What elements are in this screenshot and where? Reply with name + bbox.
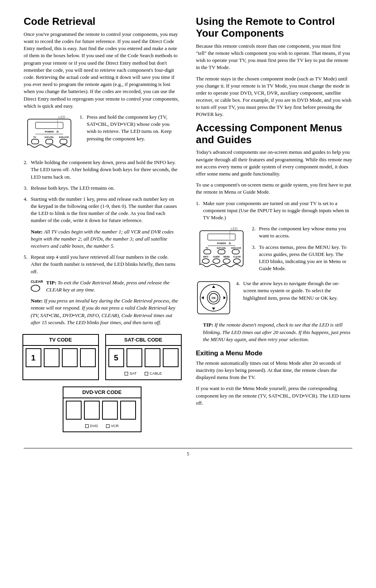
led-label-2: LED — [231, 227, 238, 231]
vcr-checkbox: VCR — [106, 424, 119, 429]
page-footer: 5 — [24, 448, 352, 457]
svg-point-29 — [223, 259, 230, 263]
access-step-1: 1.Make sure your components are turned o… — [196, 200, 352, 222]
step-3: 3.Release both keys. The LED remains on. — [24, 185, 180, 192]
svg-text:SAT•CBL: SAT•CBL — [45, 136, 54, 138]
satcbl-code-digit-4 — [163, 348, 179, 367]
right-tip: TIP: If the remote doesn't respond, chec… — [203, 321, 352, 343]
svg-marker-39 — [223, 296, 226, 299]
svg-text:INFO: INFO — [203, 256, 208, 258]
svg-text:DVD•VCR: DVD•VCR — [231, 247, 241, 249]
heading-code-retrieval: Code Retrieval — [24, 16, 180, 28]
svg-text:DVD•VCR: DVD•VCR — [59, 136, 69, 138]
heading-using-remote: Using the Remote to Control Your Compone… — [196, 16, 352, 39]
exit-p5: The remote automatically times out of Me… — [196, 360, 352, 381]
tv-code-digit-1: 1 — [26, 348, 41, 367]
clear-button-icon: CLEAR — [31, 279, 43, 292]
svg-text:SAT•CBL: SAT•CBL — [217, 247, 226, 249]
access-p3: Today's advanced components use on-scree… — [196, 149, 352, 177]
dvdvcr-code-box: DVD·VCR CODE DVD VCR — [63, 386, 141, 433]
satcbl-code-digit-1: 5 — [108, 348, 124, 367]
svg-text:GUIDE: GUIDE — [213, 256, 220, 258]
note-1: Note: All TV codes begin with the number… — [31, 228, 180, 250]
right-column: Using the Remote to Control Your Compone… — [196, 16, 352, 432]
dvd-checkbox: DVD — [85, 424, 98, 429]
heading-accessing-menus: Accessing Component Menus and Guides — [196, 122, 352, 146]
svg-text:TV: TV — [33, 136, 36, 138]
cable-checkbox: CABLE — [145, 371, 162, 376]
svg-marker-38 — [201, 296, 204, 299]
figure-step1-row: LED POWER TV SAT•CBL DVD•VCR 1.Press and — [24, 114, 180, 155]
heading-exiting-menu: Exiting a Menu Mode — [196, 349, 352, 358]
led-label: LED — [58, 115, 65, 119]
access-p4: To use a component's on-screen menu or g… — [196, 181, 352, 196]
figure-step4-row: OK 4.Use the arrow keys to navigate thro… — [196, 280, 352, 317]
tv-code-digit-4 — [80, 348, 96, 367]
code-boxes-row: TV CODE 1 SAT·CBL CODE 5 SAT — [24, 334, 180, 380]
svg-rect-13 — [208, 234, 235, 240]
svg-text:OK: OK — [212, 297, 216, 299]
remote-menu-figure: LED POWER TV SAT•CBL DVD•VCR INFO GUIDE … — [196, 225, 247, 274]
svg-point-2 — [57, 131, 58, 133]
arrow-keys-figure: OK — [196, 280, 231, 317]
exit-p6: If you want to exit the Menu Mode yourse… — [196, 385, 352, 407]
step-1: 1.Press and hold the component key (TV, … — [80, 114, 180, 142]
dvdvcr-code-digit-1 — [66, 401, 82, 420]
dvdvcr-code-digit-2 — [84, 401, 100, 420]
svg-text:POWER: POWER — [217, 242, 226, 245]
svg-point-28 — [213, 259, 220, 263]
svg-text:TV: TV — [205, 247, 208, 249]
satcbl-code-box: SAT·CBL CODE 5 SAT CABLE — [105, 334, 182, 380]
access-step-2: 2.Press the component key whose menu you… — [252, 225, 352, 239]
svg-rect-21 — [218, 250, 225, 254]
figure-step23-row: LED POWER TV SAT•CBL DVD•VCR INFO GUIDE … — [196, 225, 352, 276]
intro-paragraph: Once you've programmed the remote to con… — [24, 31, 180, 110]
svg-text:POWER: POWER — [45, 131, 54, 133]
access-step-4: 4.Use the arrow keys to navigate through… — [236, 280, 352, 302]
step-4: 4.Starting with the number 1 key, press … — [24, 196, 180, 224]
dvdvcr-code-digit-4 — [120, 401, 136, 420]
left-column: Code Retrieval Once you've programmed th… — [24, 16, 180, 432]
svg-marker-37 — [212, 308, 215, 310]
sat-checkbox: SAT — [125, 371, 137, 376]
tv-code-box: TV CODE 1 — [22, 334, 99, 380]
svg-point-30 — [233, 259, 240, 263]
svg-text:MENU: MENU — [223, 256, 230, 258]
svg-rect-22 — [232, 250, 239, 254]
satcbl-code-digit-2 — [127, 348, 142, 367]
using-p2: The remote stays in the chosen component… — [196, 75, 352, 118]
tv-code-digit-3 — [62, 348, 78, 367]
step-5: 5.Repeat step 4 until you have retrieved… — [24, 254, 180, 275]
svg-rect-9 — [46, 139, 53, 144]
svg-marker-36 — [212, 286, 215, 288]
svg-rect-20 — [204, 250, 211, 254]
remote-top-figure: LED POWER TV SAT•CBL DVD•VCR — [24, 114, 75, 155]
svg-rect-10 — [60, 139, 67, 144]
svg-text:CLEAR: CLEAR — [233, 256, 241, 258]
tip-block: CLEAR TIP: To exit the Code Retrieval Mo… — [31, 279, 180, 293]
tv-code-digit-2 — [44, 348, 60, 367]
access-step-3: 3.To access menus, press the MENU key. T… — [252, 244, 352, 273]
page-number: 5 — [187, 451, 189, 457]
note-2: Note: If you press an invalid key during… — [31, 297, 180, 326]
svg-point-11 — [31, 285, 40, 291]
step-2: 2.While holding the component key down, … — [24, 159, 180, 181]
using-p1: Because this remote controls more than o… — [196, 43, 352, 71]
svg-rect-1 — [35, 122, 63, 129]
svg-rect-8 — [32, 139, 39, 144]
svg-point-27 — [202, 259, 209, 263]
satcbl-code-digit-3 — [145, 348, 160, 367]
svg-point-14 — [229, 243, 231, 244]
dvdvcr-code-digit-3 — [102, 401, 118, 420]
